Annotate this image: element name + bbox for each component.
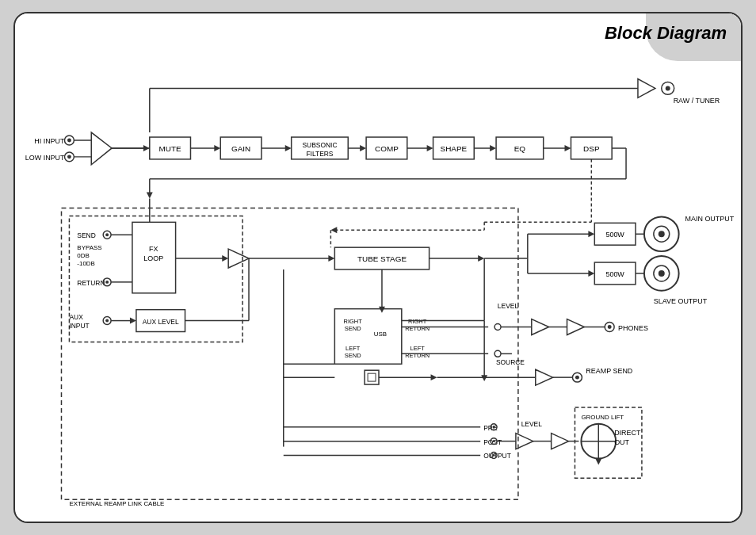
svg-point-46 (105, 281, 109, 284)
left-return-label: LEFT (410, 345, 426, 352)
direct-out-label: DIRECT (614, 429, 641, 437)
svg-point-6 (67, 139, 71, 143)
page-title: Block Diagram (605, 23, 727, 44)
subsonic-label: SUBSONIC (302, 141, 337, 149)
bypass-0db-label: 0DB (77, 252, 89, 259)
reamp-send-label: REAMP SEND (586, 367, 632, 375)
tube-stage-label: TUBE STAGE (357, 254, 407, 263)
direct-out2-label: OUT (614, 438, 629, 446)
left-send2-label: SEND (345, 352, 361, 359)
aux-input-label: INPUT (69, 322, 89, 330)
bypass-label: BYPASS (77, 244, 101, 251)
level-phones-label: LEVEL (498, 302, 519, 310)
right-send2-label: SEND (345, 325, 361, 332)
usb-label: USB (374, 331, 387, 338)
level-direct-label: LEVEL (521, 420, 543, 428)
svg-point-65 (659, 231, 665, 237)
svg-point-110 (493, 426, 495, 428)
left-send-label: LEFT (346, 345, 361, 352)
aux-label: AUX (69, 313, 83, 321)
phones-label: PHONES (618, 324, 648, 332)
svg-point-113 (493, 440, 495, 442)
block-diagram: RAW / TUNER HI INPUT LOW INPUT MUTE GAIN (15, 13, 741, 522)
bypass-10db-label: -10DB (77, 260, 94, 267)
svg-point-80 (105, 319, 109, 323)
filters-label: FILTERS (306, 150, 333, 158)
svg-rect-0 (16, 13, 740, 522)
external-reamp-label: EXTERNAL REAMP LINK CABLE (69, 500, 164, 507)
right-return2-label: RETURN (405, 325, 430, 332)
svg-point-73 (659, 270, 665, 277)
svg-point-101 (608, 325, 612, 329)
ground-lift-label: GROUND LIFT (581, 414, 624, 421)
source-label: SOURCE (496, 358, 525, 366)
500w1-label: 500W (605, 231, 624, 239)
dsp-label: DSP (583, 144, 600, 153)
send-label: SEND (77, 231, 95, 239)
mute-label: MUTE (159, 144, 181, 153)
comp-label: COMP (375, 144, 399, 153)
svg-point-8 (67, 155, 71, 159)
fx-label: FX (149, 245, 158, 253)
svg-point-43 (105, 233, 109, 236)
main-output-label: MAIN OUTPUT (685, 215, 735, 223)
hi-input-label: HI INPUT (34, 137, 65, 145)
aux-level-label: AUX LEVEL (143, 318, 179, 326)
loop-label: LOOP (143, 254, 163, 262)
raw-tuner-label: RAW / TUNER (674, 97, 720, 105)
svg-point-131 (575, 376, 579, 380)
500w2-label: 500W (605, 270, 624, 278)
page: Block Diagram 18 www.Laney.co.uk RAW / T… (13, 12, 743, 523)
low-input-label: LOW INPUT (25, 154, 65, 162)
svg-point-4 (666, 86, 670, 90)
shape-label: SHAPE (441, 144, 468, 153)
gain-label: GAIN (231, 144, 250, 153)
eq-label: EQ (514, 144, 526, 153)
return-label: RETURN (77, 279, 105, 287)
svg-point-116 (493, 454, 495, 457)
slave-output-label: SLAVE OUTPUT (654, 297, 708, 305)
right-send-label: RIGHT (344, 318, 363, 325)
